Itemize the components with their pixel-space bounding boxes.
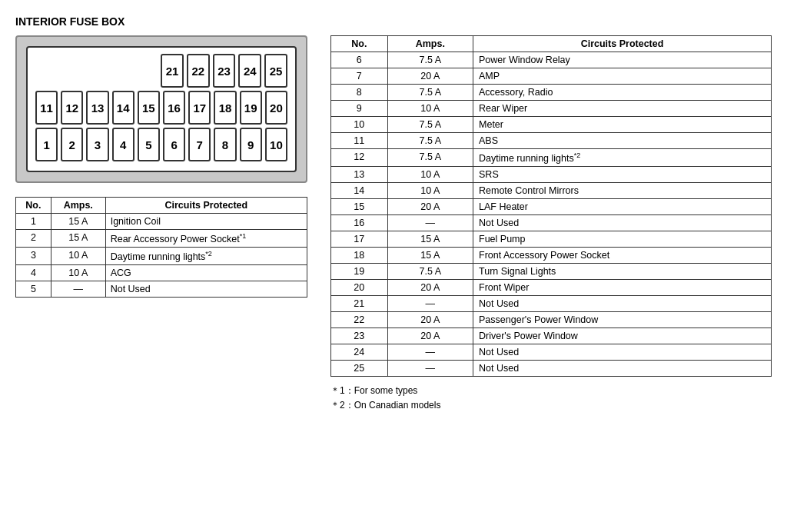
fuse-row-bottom: 1 2 3 4 5 6 7 8 9 10 — [35, 128, 287, 161]
left-row-circuit: Ignition Coil — [105, 214, 307, 230]
right-row-circuit: Not Used — [473, 215, 772, 231]
right-row-circuit: Passenger's Power Window — [473, 312, 772, 328]
fuse-box-inner: 21 22 23 24 25 11 12 13 14 15 16 17 18 1… — [26, 46, 297, 172]
fuse-9: 9 — [240, 128, 262, 161]
right-table-row: 2220 APassenger's Power Window — [331, 312, 772, 328]
fuse-13: 13 — [86, 91, 108, 125]
left-row-circuit: Rear Accessory Power Socket*1 — [105, 230, 307, 248]
fuse-6: 6 — [163, 128, 185, 161]
right-fuse-table: No. Amps. Circuits Protected 67.5 APower… — [330, 35, 772, 377]
right-section: No. Amps. Circuits Protected 67.5 APower… — [330, 35, 772, 414]
right-row-amps: 20 A — [387, 312, 473, 328]
left-row-amps: 15 A — [51, 230, 105, 248]
right-row-circuit: Daytime running lights*2 — [473, 149, 772, 167]
fuse-row-middle: 11 12 13 14 15 16 17 18 19 20 — [35, 91, 287, 125]
left-row-no: 5 — [16, 281, 51, 298]
left-col-circuits: Circuits Protected — [105, 198, 307, 214]
right-row-amps: 10 A — [387, 167, 473, 183]
right-row-no: 12 — [331, 149, 388, 167]
right-row-circuit: Not Used — [473, 344, 772, 361]
right-row-no: 18 — [331, 248, 388, 264]
fuse-17: 17 — [188, 91, 211, 125]
right-row-no: 7 — [331, 68, 388, 85]
fuse-19: 19 — [240, 91, 262, 125]
right-row-circuit: Front Accessory Power Socket — [473, 248, 772, 264]
right-table-row: 21—Not Used — [331, 296, 772, 312]
footnote: ＊2：On Canadian models — [330, 399, 772, 412]
right-row-circuit: SRS — [473, 167, 772, 183]
right-row-amps: 10 A — [387, 101, 473, 117]
right-row-no: 25 — [331, 361, 388, 377]
right-row-circuit: LAF Heater — [473, 199, 772, 215]
right-row-amps: 20 A — [387, 280, 473, 296]
right-row-no: 24 — [331, 344, 388, 361]
fuse-24: 24 — [238, 54, 261, 88]
right-col-amps: Amps. — [387, 36, 473, 52]
fuse-23: 23 — [213, 54, 236, 88]
left-row-amps: 15 A — [51, 214, 105, 230]
left-row-amps: — — [51, 281, 105, 298]
right-table-row: 1715 AFuel Pump — [331, 231, 772, 248]
right-row-no: 13 — [331, 167, 388, 183]
right-row-amps: 10 A — [387, 183, 473, 199]
fuse-7: 7 — [188, 128, 211, 161]
right-row-no: 8 — [331, 85, 388, 101]
fuse-3: 3 — [86, 128, 108, 161]
fuse-10: 10 — [265, 128, 287, 161]
fuse-22: 22 — [187, 54, 210, 88]
left-row-circuit: ACG — [105, 265, 307, 281]
left-col-amps: Amps. — [51, 198, 105, 214]
fuse-8: 8 — [214, 128, 236, 161]
left-col-no: No. — [16, 198, 51, 214]
fuse-11: 11 — [35, 91, 58, 125]
right-table-row: 1410 ARemote Control Mirrors — [331, 183, 772, 199]
left-row-amps: 10 A — [51, 265, 105, 281]
footnotes: ＊1：For some types＊2：On Canadian models — [330, 384, 772, 412]
right-col-no: No. — [331, 36, 388, 52]
right-row-circuit: Fuel Pump — [473, 231, 772, 248]
right-row-amps: 7.5 A — [387, 85, 473, 101]
fuse-20: 20 — [265, 91, 287, 125]
right-row-no: 15 — [331, 199, 388, 215]
left-section: 21 22 23 24 25 11 12 13 14 15 16 17 18 1… — [15, 35, 307, 298]
right-table-row: 25—Not Used — [331, 361, 772, 377]
right-row-amps: 20 A — [387, 68, 473, 85]
right-row-amps: 7.5 A — [387, 133, 473, 149]
right-table-row: 1310 ASRS — [331, 167, 772, 183]
fuse-row-top: 21 22 23 24 25 — [35, 54, 287, 88]
right-row-amps: 20 A — [387, 199, 473, 215]
right-table-row: 67.5 APower Window Relay — [331, 52, 772, 68]
right-table-row: 1520 ALAF Heater — [331, 199, 772, 215]
left-table-row: 115 AIgnition Coil — [16, 214, 307, 230]
right-row-no: 9 — [331, 101, 388, 117]
right-row-no: 23 — [331, 328, 388, 344]
right-row-amps: 15 A — [387, 231, 473, 248]
left-row-no: 3 — [16, 248, 51, 265]
right-row-circuit: Accessory, Radio — [473, 85, 772, 101]
right-row-circuit: Front Wiper — [473, 280, 772, 296]
fuse-15: 15 — [138, 91, 160, 125]
right-row-circuit: Rear Wiper — [473, 101, 772, 117]
right-row-no: 20 — [331, 280, 388, 296]
fuse-25: 25 — [264, 54, 287, 88]
right-table-row: 1815 AFront Accessory Power Socket — [331, 248, 772, 264]
left-table-row: 310 ADaytime running lights*2 — [16, 248, 307, 265]
left-row-circuit: Daytime running lights*2 — [105, 248, 307, 265]
right-row-circuit: Driver's Power Window — [473, 328, 772, 344]
right-row-amps: — — [387, 296, 473, 312]
right-row-no: 21 — [331, 296, 388, 312]
right-table-row: 2020 AFront Wiper — [331, 280, 772, 296]
left-table-row: 215 ARear Accessory Power Socket*1 — [16, 230, 307, 248]
right-col-circuits: Circuits Protected — [473, 36, 772, 52]
left-row-no: 2 — [16, 230, 51, 248]
left-row-circuit: Not Used — [105, 281, 307, 298]
right-table-row: 87.5 AAccessory, Radio — [331, 85, 772, 101]
right-row-amps: 7.5 A — [387, 264, 473, 280]
fuse-18: 18 — [214, 91, 236, 125]
fuse-16: 16 — [163, 91, 185, 125]
left-table-row: 5—Not Used — [16, 281, 307, 298]
right-table-row: 117.5 AABS — [331, 133, 772, 149]
right-table-row: 107.5 AMeter — [331, 117, 772, 133]
fuse-2: 2 — [61, 128, 83, 161]
right-table-row: 720 AAMP — [331, 68, 772, 85]
